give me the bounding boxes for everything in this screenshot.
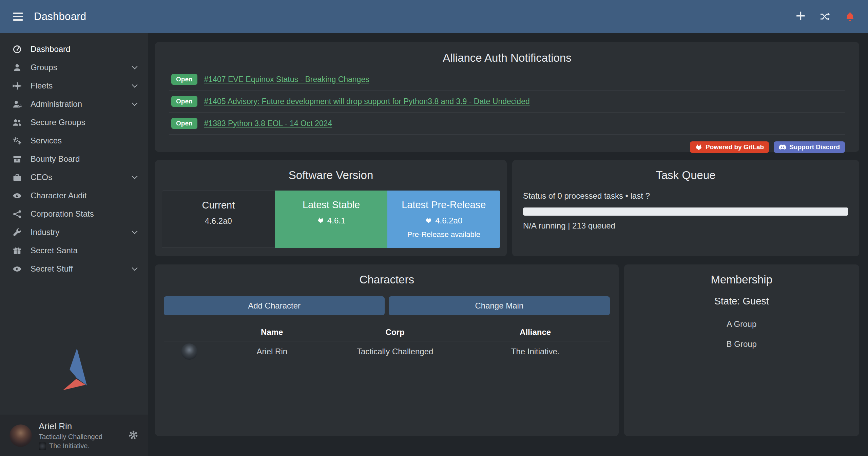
task-queue-progress-bar [523, 207, 848, 216]
user-corp: Tactically Challenged [39, 433, 102, 441]
main-content: Alliance Auth Notifications Open #1407 E… [148, 33, 868, 456]
hamburger-menu-icon[interactable] [13, 11, 23, 23]
sidebar-item-bounty-board[interactable]: Bounty Board [0, 150, 148, 168]
notifications-bell-icon[interactable] [845, 12, 855, 22]
user-avatar [9, 424, 32, 447]
sidebar-item-label: Secret Stuff [31, 264, 73, 274]
sidebar-item-fleets[interactable]: Fleets [0, 77, 148, 95]
sidebar-item-dashboard[interactable]: Dashboard [0, 40, 148, 58]
sidebar-item-label: Character Audit [31, 191, 86, 200]
sidebar-item-secure-groups[interactable]: Secure Groups [0, 113, 148, 132]
latest-prerelease-card: Latest Pre-Release 4.6.2a0 Pre-Release a… [387, 191, 500, 248]
software-version-title: Software Version [162, 169, 500, 182]
task-queue-counts: N/A running | 213 queued [523, 221, 848, 231]
notifications-list: Open #1407 EVE Equinox Status - Breaking… [169, 68, 845, 135]
gift-icon [12, 246, 22, 255]
footer-badges: Powered by GitLab Support Discord [169, 141, 845, 153]
shuffle-icon[interactable] [820, 12, 831, 21]
sidebar-item-label: Corporation Stats [31, 209, 94, 219]
support-discord-badge[interactable]: Support Discord [774, 141, 845, 153]
list-item: B Group [633, 334, 851, 354]
share-nodes-icon [12, 210, 22, 219]
briefcase-icon [12, 173, 22, 182]
sidebar-item-secret-stuff[interactable]: Secret Stuff [0, 260, 148, 278]
prerelease-version: 4.6.2a0 [435, 216, 462, 225]
chevron-down-icon [132, 64, 138, 70]
alliance-logo-small [39, 442, 46, 450]
membership-state: State: Guest [633, 296, 851, 307]
gitlab-icon [317, 216, 324, 225]
characters-title: Characters [164, 273, 610, 286]
sidebar-item-character-audit[interactable]: Character Audit [0, 186, 148, 205]
users-icon [12, 118, 22, 127]
status-badge: Open [171, 96, 197, 107]
prerelease-note: Pre-Release available [387, 230, 500, 239]
user-panel: Ariel Rin Tactically Challenged The Init… [0, 415, 148, 456]
stable-label: Latest Stable [275, 199, 388, 211]
discord-icon [779, 144, 786, 151]
character-name: Ariel Rin [215, 344, 329, 359]
change-main-button[interactable]: Change Main [389, 296, 610, 315]
current-version-card: Current 4.6.2a0 [162, 191, 275, 248]
add-character-button[interactable]: Add Character [164, 296, 385, 315]
sidebar-item-label: Secure Groups [31, 118, 85, 127]
sidebar-item-label: Industry [31, 227, 59, 237]
gitlab-icon [695, 144, 702, 151]
user-settings-gear-icon[interactable] [128, 430, 139, 442]
sidebar-item-label: CEOs [31, 173, 52, 182]
character-corp: Tactically Challenged [329, 344, 461, 359]
user-alliance: The Initiative. [39, 442, 102, 450]
current-label: Current [162, 200, 275, 211]
user-name: Ariel Rin [39, 421, 102, 432]
characters-panel: Characters Add Character Change Main Nam… [155, 264, 619, 436]
sidebar-item-administration[interactable]: Administration [0, 95, 148, 113]
notification-link[interactable]: #1407 EVE Equinox Status - Breaking Chan… [204, 75, 369, 84]
column-header-alliance: Alliance [461, 323, 610, 341]
navbar-actions: + [796, 9, 855, 24]
box-icon [12, 155, 22, 164]
sidebar-item-secret-santa[interactable]: Secret Santa [0, 241, 148, 260]
sidebar-item-label: Dashboard [31, 44, 70, 54]
chevron-down-icon [132, 174, 138, 179]
sidebar-item-corporation-stats[interactable]: Corporation Stats [0, 205, 148, 223]
notification-row: Open #1405 Advisory: Future development … [169, 91, 845, 113]
sidebar-item-groups[interactable]: Groups [0, 58, 148, 77]
notification-link[interactable]: #1383 Python 3.8 EOL - 14 Oct 2024 [204, 119, 332, 128]
character-portrait [181, 343, 197, 360]
chevron-down-icon [132, 82, 138, 88]
page-title: Dashboard [34, 11, 86, 23]
notification-row: Open #1383 Python 3.8 EOL - 14 Oct 2024 [169, 113, 845, 135]
notification-row: Open #1407 EVE Equinox Status - Breaking… [169, 68, 845, 91]
gears-icon [12, 136, 22, 145]
add-icon[interactable]: + [796, 7, 806, 24]
notification-link[interactable]: #1405 Advisory: Future development will … [204, 97, 530, 106]
sidebar-item-label: Administration [31, 99, 82, 109]
table-header-row: Name Corp Alliance [164, 323, 610, 341]
characters-table: Name Corp Alliance Ariel Rin Tactically … [164, 323, 610, 362]
membership-group-list: A Group B Group [633, 314, 851, 354]
powered-by-gitlab-badge[interactable]: Powered by GitLab [690, 141, 769, 153]
notifications-panel: Alliance Auth Notifications Open #1407 E… [155, 42, 859, 152]
sidebar-item-label: Fleets [31, 81, 53, 91]
software-version-panel: Software Version Current 4.6.2a0 Latest … [155, 160, 507, 256]
sidebar-item-label: Services [31, 136, 62, 145]
top-navbar: Dashboard + [0, 0, 868, 33]
portrait-column-header [164, 328, 215, 336]
gauge-icon [12, 45, 22, 54]
user-gear-icon [12, 100, 22, 109]
column-header-name: Name [215, 323, 329, 341]
sidebar-item-ceos[interactable]: CEOs [0, 168, 148, 186]
prerelease-label: Latest Pre-Release [387, 199, 500, 211]
eye-icon [12, 191, 22, 200]
membership-title: Membership [633, 273, 851, 286]
sidebar-item-label: Secret Santa [31, 246, 78, 255]
character-alliance: The Initiative. [461, 344, 610, 359]
sidebar-item-industry[interactable]: Industry [0, 223, 148, 241]
fighter-jet-icon [12, 81, 22, 91]
sidebar-item-label: Bounty Board [31, 154, 80, 164]
alliance-auth-logo [0, 348, 148, 415]
version-cards: Current 4.6.2a0 Latest Stable 4.6.1 Late… [162, 191, 500, 248]
table-row: Ariel Rin Tactically Challenged The Init… [164, 341, 610, 362]
wrench-icon [12, 228, 22, 237]
sidebar-item-services[interactable]: Services [0, 132, 148, 150]
